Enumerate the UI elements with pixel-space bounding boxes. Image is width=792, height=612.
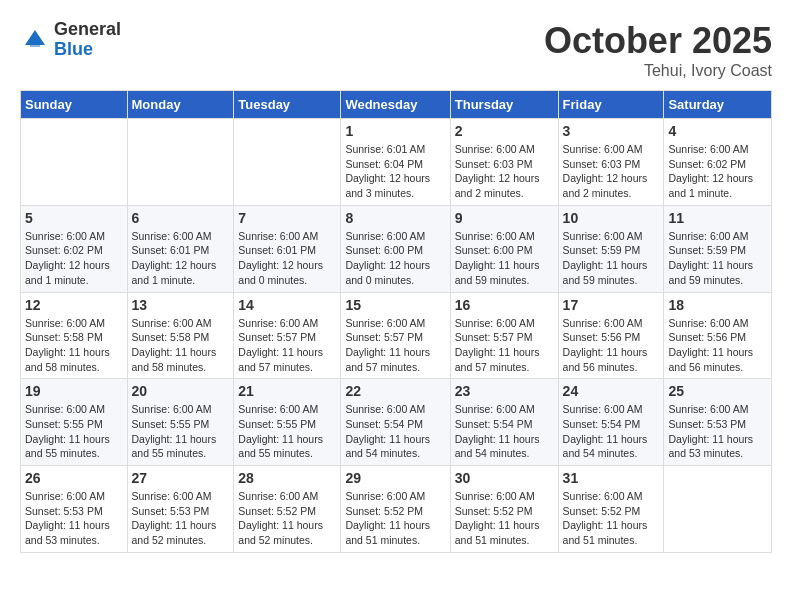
day-info: Sunrise: 6:00 AM Sunset: 5:58 PM Dayligh… xyxy=(25,316,123,375)
day-number: 9 xyxy=(455,210,554,226)
day-info: Sunrise: 6:00 AM Sunset: 5:57 PM Dayligh… xyxy=(238,316,336,375)
day-info: Sunrise: 6:00 AM Sunset: 5:59 PM Dayligh… xyxy=(668,229,767,288)
day-number: 20 xyxy=(132,383,230,399)
location-subtitle: Tehui, Ivory Coast xyxy=(544,62,772,80)
day-number: 7 xyxy=(238,210,336,226)
calendar-cell: 31Sunrise: 6:00 AM Sunset: 5:52 PM Dayli… xyxy=(558,466,664,553)
calendar-cell: 16Sunrise: 6:00 AM Sunset: 5:57 PM Dayli… xyxy=(450,292,558,379)
day-number: 3 xyxy=(563,123,660,139)
day-info: Sunrise: 6:00 AM Sunset: 5:54 PM Dayligh… xyxy=(455,402,554,461)
weekday-header-thursday: Thursday xyxy=(450,91,558,119)
calendar-cell: 5Sunrise: 6:00 AM Sunset: 6:02 PM Daylig… xyxy=(21,205,128,292)
title-area: October 2025 Tehui, Ivory Coast xyxy=(544,20,772,80)
page-header: General Blue October 2025 Tehui, Ivory C… xyxy=(20,20,772,80)
calendar-cell: 4Sunrise: 6:00 AM Sunset: 6:02 PM Daylig… xyxy=(664,119,772,206)
calendar-cell xyxy=(21,119,128,206)
day-info: Sunrise: 6:00 AM Sunset: 5:52 PM Dayligh… xyxy=(345,489,445,548)
day-info: Sunrise: 6:00 AM Sunset: 6:00 PM Dayligh… xyxy=(345,229,445,288)
calendar-cell: 13Sunrise: 6:00 AM Sunset: 5:58 PM Dayli… xyxy=(127,292,234,379)
day-info: Sunrise: 6:00 AM Sunset: 5:58 PM Dayligh… xyxy=(132,316,230,375)
calendar-week-row: 5Sunrise: 6:00 AM Sunset: 6:02 PM Daylig… xyxy=(21,205,772,292)
day-info: Sunrise: 6:00 AM Sunset: 5:55 PM Dayligh… xyxy=(238,402,336,461)
calendar-week-row: 26Sunrise: 6:00 AM Sunset: 5:53 PM Dayli… xyxy=(21,466,772,553)
calendar-cell: 14Sunrise: 6:00 AM Sunset: 5:57 PM Dayli… xyxy=(234,292,341,379)
calendar-cell: 19Sunrise: 6:00 AM Sunset: 5:55 PM Dayli… xyxy=(21,379,128,466)
calendar-cell xyxy=(234,119,341,206)
day-info: Sunrise: 6:00 AM Sunset: 5:57 PM Dayligh… xyxy=(345,316,445,375)
calendar-cell: 9Sunrise: 6:00 AM Sunset: 6:00 PM Daylig… xyxy=(450,205,558,292)
calendar-cell: 17Sunrise: 6:00 AM Sunset: 5:56 PM Dayli… xyxy=(558,292,664,379)
calendar-cell: 15Sunrise: 6:00 AM Sunset: 5:57 PM Dayli… xyxy=(341,292,450,379)
day-info: Sunrise: 6:00 AM Sunset: 5:57 PM Dayligh… xyxy=(455,316,554,375)
day-number: 8 xyxy=(345,210,445,226)
weekday-header-row: SundayMondayTuesdayWednesdayThursdayFrid… xyxy=(21,91,772,119)
calendar-cell: 24Sunrise: 6:00 AM Sunset: 5:54 PM Dayli… xyxy=(558,379,664,466)
day-number: 16 xyxy=(455,297,554,313)
calendar-cell: 23Sunrise: 6:00 AM Sunset: 5:54 PM Dayli… xyxy=(450,379,558,466)
day-info: Sunrise: 6:01 AM Sunset: 6:04 PM Dayligh… xyxy=(345,142,445,201)
day-info: Sunrise: 6:00 AM Sunset: 6:03 PM Dayligh… xyxy=(455,142,554,201)
day-number: 17 xyxy=(563,297,660,313)
calendar-cell: 26Sunrise: 6:00 AM Sunset: 5:53 PM Dayli… xyxy=(21,466,128,553)
day-info: Sunrise: 6:00 AM Sunset: 5:59 PM Dayligh… xyxy=(563,229,660,288)
calendar-cell: 8Sunrise: 6:00 AM Sunset: 6:00 PM Daylig… xyxy=(341,205,450,292)
calendar-cell: 28Sunrise: 6:00 AM Sunset: 5:52 PM Dayli… xyxy=(234,466,341,553)
day-info: Sunrise: 6:00 AM Sunset: 5:53 PM Dayligh… xyxy=(132,489,230,548)
day-number: 1 xyxy=(345,123,445,139)
calendar-week-row: 19Sunrise: 6:00 AM Sunset: 5:55 PM Dayli… xyxy=(21,379,772,466)
weekday-header-friday: Friday xyxy=(558,91,664,119)
calendar-cell xyxy=(664,466,772,553)
day-number: 30 xyxy=(455,470,554,486)
calendar-week-row: 1Sunrise: 6:01 AM Sunset: 6:04 PM Daylig… xyxy=(21,119,772,206)
day-number: 5 xyxy=(25,210,123,226)
weekday-header-saturday: Saturday xyxy=(664,91,772,119)
calendar-week-row: 12Sunrise: 6:00 AM Sunset: 5:58 PM Dayli… xyxy=(21,292,772,379)
weekday-header-wednesday: Wednesday xyxy=(341,91,450,119)
day-number: 2 xyxy=(455,123,554,139)
day-info: Sunrise: 6:00 AM Sunset: 5:56 PM Dayligh… xyxy=(563,316,660,375)
day-number: 15 xyxy=(345,297,445,313)
logo-general-text: General xyxy=(54,20,121,40)
calendar-cell: 7Sunrise: 6:00 AM Sunset: 6:01 PM Daylig… xyxy=(234,205,341,292)
day-number: 4 xyxy=(668,123,767,139)
day-info: Sunrise: 6:00 AM Sunset: 5:55 PM Dayligh… xyxy=(132,402,230,461)
day-info: Sunrise: 6:00 AM Sunset: 6:01 PM Dayligh… xyxy=(238,229,336,288)
day-number: 25 xyxy=(668,383,767,399)
calendar-cell: 10Sunrise: 6:00 AM Sunset: 5:59 PM Dayli… xyxy=(558,205,664,292)
calendar-cell: 12Sunrise: 6:00 AM Sunset: 5:58 PM Dayli… xyxy=(21,292,128,379)
day-number: 12 xyxy=(25,297,123,313)
calendar-cell: 2Sunrise: 6:00 AM Sunset: 6:03 PM Daylig… xyxy=(450,119,558,206)
day-number: 24 xyxy=(563,383,660,399)
weekday-header-monday: Monday xyxy=(127,91,234,119)
month-title: October 2025 xyxy=(544,20,772,62)
day-number: 14 xyxy=(238,297,336,313)
day-info: Sunrise: 6:00 AM Sunset: 5:54 PM Dayligh… xyxy=(563,402,660,461)
calendar-cell: 1Sunrise: 6:01 AM Sunset: 6:04 PM Daylig… xyxy=(341,119,450,206)
day-number: 19 xyxy=(25,383,123,399)
day-info: Sunrise: 6:00 AM Sunset: 5:52 PM Dayligh… xyxy=(238,489,336,548)
calendar-cell: 27Sunrise: 6:00 AM Sunset: 5:53 PM Dayli… xyxy=(127,466,234,553)
day-number: 18 xyxy=(668,297,767,313)
calendar-cell: 3Sunrise: 6:00 AM Sunset: 6:03 PM Daylig… xyxy=(558,119,664,206)
day-number: 29 xyxy=(345,470,445,486)
calendar-cell: 18Sunrise: 6:00 AM Sunset: 5:56 PM Dayli… xyxy=(664,292,772,379)
calendar-cell: 30Sunrise: 6:00 AM Sunset: 5:52 PM Dayli… xyxy=(450,466,558,553)
day-number: 21 xyxy=(238,383,336,399)
day-info: Sunrise: 6:00 AM Sunset: 5:52 PM Dayligh… xyxy=(455,489,554,548)
day-number: 23 xyxy=(455,383,554,399)
calendar-cell: 25Sunrise: 6:00 AM Sunset: 5:53 PM Dayli… xyxy=(664,379,772,466)
day-info: Sunrise: 6:00 AM Sunset: 6:02 PM Dayligh… xyxy=(668,142,767,201)
day-info: Sunrise: 6:00 AM Sunset: 5:54 PM Dayligh… xyxy=(345,402,445,461)
day-number: 13 xyxy=(132,297,230,313)
day-info: Sunrise: 6:00 AM Sunset: 6:00 PM Dayligh… xyxy=(455,229,554,288)
day-number: 10 xyxy=(563,210,660,226)
logo-blue-text: Blue xyxy=(54,40,121,60)
weekday-header-sunday: Sunday xyxy=(21,91,128,119)
logo-text: General Blue xyxy=(54,20,121,60)
calendar-cell: 6Sunrise: 6:00 AM Sunset: 6:01 PM Daylig… xyxy=(127,205,234,292)
day-number: 11 xyxy=(668,210,767,226)
day-info: Sunrise: 6:00 AM Sunset: 5:56 PM Dayligh… xyxy=(668,316,767,375)
day-number: 28 xyxy=(238,470,336,486)
calendar-table: SundayMondayTuesdayWednesdayThursdayFrid… xyxy=(20,90,772,553)
day-info: Sunrise: 6:00 AM Sunset: 5:53 PM Dayligh… xyxy=(25,489,123,548)
